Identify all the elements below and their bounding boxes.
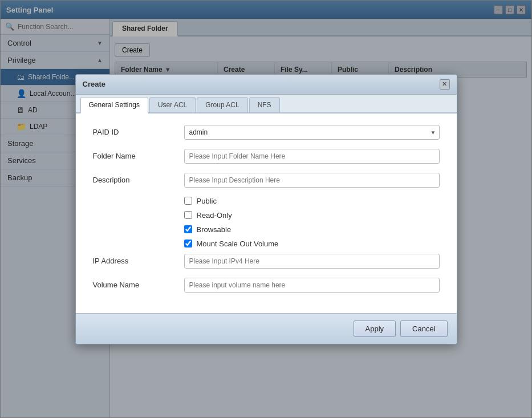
modal-footer: Apply Cancel [76,313,457,344]
form-row-volume-name: Volume Name [93,278,440,293]
description-label: Description [93,176,184,184]
modal-title: Create [83,80,105,88]
form-row-browsable: Browsable [93,225,440,234]
modal-close-button[interactable]: ✕ [440,79,450,90]
ip-address-label: IP Address [93,257,184,265]
tab-user-acl[interactable]: User ACL [149,97,196,112]
folder-name-input[interactable] [184,149,440,164]
mount-label: Mount Scale Out Volume [197,240,279,248]
create-modal: Create ✕ General Settings User ACL Group… [75,74,457,344]
form-row-public: Public [93,197,440,205]
raid-id-label: PAID ID [93,128,184,136]
cancel-button[interactable]: Cancel [400,320,447,337]
description-input[interactable] [184,173,440,188]
form-row-description: Description [93,173,440,188]
public-label: Public [197,197,217,205]
apply-button[interactable]: Apply [354,320,396,337]
tab-group-acl[interactable]: Group ACL [197,97,247,112]
modal-body: PAID ID admin ▼ Folder Name Description [76,113,457,313]
volume-name-input[interactable] [184,278,440,293]
raid-id-select-wrapper: admin ▼ [184,125,440,140]
mount-checkbox[interactable] [184,240,192,247]
readonly-label: Read-Only [197,211,232,220]
modal-overlay: Create ✕ General Settings User ACL Group… [0,0,532,418]
modal-title-bar: Create ✕ [76,75,457,95]
raid-id-select[interactable]: admin [184,125,440,140]
form-row-folder-name: Folder Name [93,149,440,164]
form-row-readonly: Read-Only [93,211,440,220]
browsable-checkbox[interactable] [184,225,192,233]
form-row-raid-id: PAID ID admin ▼ [93,125,440,140]
browsable-label: Browsable [197,225,232,234]
modal-tabs: General Settings User ACL Group ACL NFS [76,95,457,113]
form-row-ip-address: IP Address [93,254,440,269]
volume-name-label: Volume Name [93,281,184,289]
tab-general-settings[interactable]: General Settings [80,97,148,113]
public-checkbox[interactable] [184,197,192,205]
folder-name-label: Folder Name [93,152,184,160]
ip-address-input[interactable] [184,254,440,269]
form-row-mount: Mount Scale Out Volume [93,240,440,248]
tab-nfs[interactable]: NFS [249,97,280,112]
readonly-checkbox[interactable] [184,211,192,219]
